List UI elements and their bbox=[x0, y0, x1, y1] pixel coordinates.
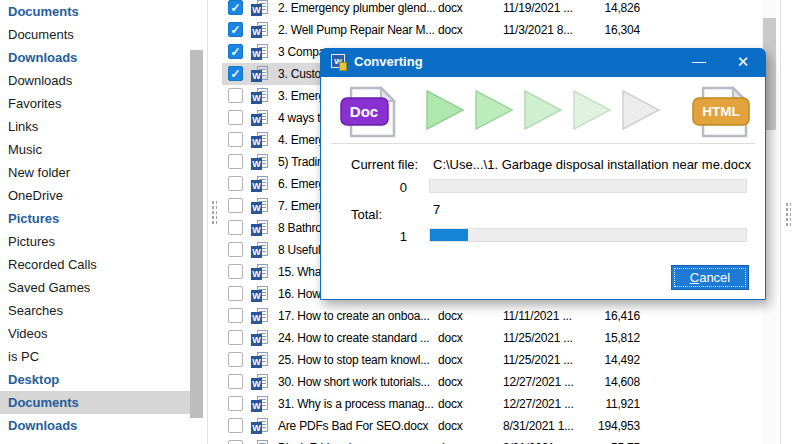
sidebar-item-is-pc[interactable]: is PC bbox=[0, 345, 190, 368]
file-size: 11,921 bbox=[562, 393, 640, 415]
dialog-titlebar[interactable]: W Converting — ✕ bbox=[320, 48, 766, 77]
total-label: Total: bbox=[351, 207, 382, 222]
word-document-icon: W bbox=[251, 198, 269, 214]
word-document-icon: W bbox=[251, 418, 269, 434]
total-progressbar bbox=[429, 228, 747, 242]
file-row[interactable]: W31. Why is a process manag...docx12/27/… bbox=[222, 393, 762, 415]
dialog-title: Converting bbox=[354, 48, 423, 76]
file-name: 2. Emergency plumber glend... bbox=[278, 0, 436, 19]
sidebar-item-music[interactable]: Music bbox=[0, 138, 190, 161]
splitter-grip-right[interactable] bbox=[785, 202, 791, 226]
total-count: 7 bbox=[433, 202, 440, 217]
checkbox-unchecked[interactable] bbox=[228, 418, 243, 433]
sidebar-item-documents[interactable]: Documents bbox=[0, 391, 190, 414]
file-row[interactable]: W17. How to create an onboa...docx11/11/… bbox=[222, 305, 762, 327]
right-panel-separator bbox=[780, 0, 781, 444]
sidebar-item-onedrive[interactable]: OneDrive bbox=[0, 184, 190, 207]
word-document-icon: W bbox=[251, 330, 269, 346]
sidebar-item-downloads[interactable]: Downloads bbox=[0, 69, 190, 92]
file-type: docx bbox=[438, 437, 463, 444]
file-row[interactable]: ✓W2. Emergency plumber glend...docx11/19… bbox=[222, 0, 762, 19]
converter-app-icon: W bbox=[331, 54, 348, 71]
sidebar-item-downloads[interactable]: Downloads bbox=[0, 414, 190, 437]
file-name: 31. Why is a process manag... bbox=[278, 393, 436, 415]
app-window: DocumentsDocumentsDownloadsDownloadsFavo… bbox=[0, 0, 800, 444]
checkbox-checked[interactable]: ✓ bbox=[228, 44, 243, 59]
checkbox-unchecked[interactable] bbox=[228, 440, 243, 444]
checkbox-unchecked[interactable] bbox=[228, 286, 243, 301]
current-file-path: C:\Use...\1. Garbage disposal installati… bbox=[433, 157, 751, 172]
file-row[interactable]: W24. How to create standard ...docx11/25… bbox=[222, 327, 762, 349]
current-file-progressbar bbox=[429, 179, 747, 193]
file-row[interactable]: ✓W2. Well Pump Repair Near M...docx11/3/… bbox=[222, 19, 762, 41]
cancel-button[interactable]: Cancel bbox=[671, 265, 749, 290]
checkbox-checked[interactable]: ✓ bbox=[228, 66, 243, 81]
sidebar-item-saved-games[interactable]: Saved Games bbox=[0, 276, 190, 299]
file-name: Are PDFs Bad For SEO.docx bbox=[278, 415, 436, 437]
file-type: docx bbox=[438, 371, 463, 393]
sidebar-item-favorites[interactable]: Favorites bbox=[0, 92, 190, 115]
file-row[interactable]: W30. How short work tutorials...docx12/2… bbox=[222, 371, 762, 393]
splitter-grip-left[interactable] bbox=[211, 200, 217, 224]
checkbox-unchecked[interactable] bbox=[228, 330, 243, 345]
checkbox-unchecked[interactable] bbox=[228, 110, 243, 125]
sidebar-item-downloads[interactable]: Downloads bbox=[0, 46, 190, 69]
file-size: 16,304 bbox=[562, 19, 640, 41]
doc-format-icon: Doc bbox=[337, 85, 409, 143]
word-document-icon: W bbox=[251, 154, 269, 170]
file-type: docx bbox=[438, 305, 463, 327]
file-type: docx bbox=[438, 349, 463, 371]
sidebar-item-documents[interactable]: Documents bbox=[0, 23, 190, 46]
svg-text:HTML: HTML bbox=[702, 104, 740, 119]
word-document-icon: W bbox=[251, 66, 269, 82]
file-name: Black Friday d bbox=[278, 437, 436, 444]
word-document-icon: W bbox=[251, 220, 269, 236]
file-type: docx bbox=[438, 393, 463, 415]
minimize-button[interactable]: — bbox=[684, 48, 714, 76]
close-icon[interactable]: ✕ bbox=[728, 48, 758, 76]
file-size: 55,75 bbox=[562, 437, 640, 444]
sidebar-item-recorded-calls[interactable]: Recorded Calls bbox=[0, 253, 190, 276]
sidebar-item-videos[interactable]: Videos bbox=[0, 322, 190, 345]
sidebar-item-pictures[interactable]: Pictures bbox=[0, 207, 190, 230]
checkbox-unchecked[interactable] bbox=[228, 198, 243, 213]
checkbox-unchecked[interactable] bbox=[228, 242, 243, 257]
sidebar-item-desktop[interactable]: Desktop bbox=[0, 368, 190, 391]
sidebar-item-links[interactable]: Links bbox=[0, 115, 190, 138]
file-type: docx bbox=[438, 0, 463, 19]
checkbox-unchecked[interactable] bbox=[228, 264, 243, 279]
word-document-icon: W bbox=[251, 352, 269, 368]
checkbox-unchecked[interactable] bbox=[228, 308, 243, 323]
checkbox-unchecked[interactable] bbox=[228, 176, 243, 191]
current-file-label: Current file: bbox=[351, 157, 418, 172]
file-row[interactable]: WAre PDFs Bad For SEO.docxdocx8/31/2021 … bbox=[222, 415, 762, 437]
file-name: 2. Well Pump Repair Near M... bbox=[278, 19, 436, 41]
checkbox-unchecked[interactable] bbox=[228, 88, 243, 103]
checkbox-checked[interactable]: ✓ bbox=[228, 22, 243, 37]
sidebar-item-documents[interactable]: Documents bbox=[0, 0, 190, 23]
checkbox-unchecked[interactable] bbox=[228, 396, 243, 411]
checkbox-unchecked[interactable] bbox=[228, 132, 243, 147]
word-document-icon: W bbox=[251, 132, 269, 148]
sidebar-item-pictures[interactable]: Pictures bbox=[0, 230, 190, 253]
word-document-icon: W bbox=[251, 88, 269, 104]
file-name: 24. How to create standard ... bbox=[278, 327, 436, 349]
file-row[interactable]: W25. How to stop team knowl...docx11/25/… bbox=[222, 349, 762, 371]
checkbox-unchecked[interactable] bbox=[228, 154, 243, 169]
sidebar-item-new-folder[interactable]: New folder bbox=[0, 161, 190, 184]
sidebar-scrollbar-thumb[interactable] bbox=[190, 50, 203, 418]
checkbox-unchecked[interactable] bbox=[228, 352, 243, 367]
checkbox-unchecked[interactable] bbox=[228, 220, 243, 235]
file-row[interactable]: WBlack Friday ddocx3/31/2021 ...55,75 bbox=[222, 437, 762, 444]
word-document-icon: W bbox=[251, 308, 269, 324]
word-document-icon: W bbox=[251, 374, 269, 390]
conversion-arrows bbox=[425, 89, 675, 135]
checkbox-checked[interactable]: ✓ bbox=[228, 0, 243, 15]
file-size: 14,492 bbox=[562, 349, 640, 371]
word-document-icon: W bbox=[251, 44, 269, 60]
sidebar-item-searches[interactable]: Searches bbox=[0, 299, 190, 322]
word-document-icon: W bbox=[251, 286, 269, 302]
file-type: docx bbox=[438, 415, 463, 437]
current-progress-count: 0 bbox=[381, 180, 407, 195]
checkbox-unchecked[interactable] bbox=[228, 374, 243, 389]
